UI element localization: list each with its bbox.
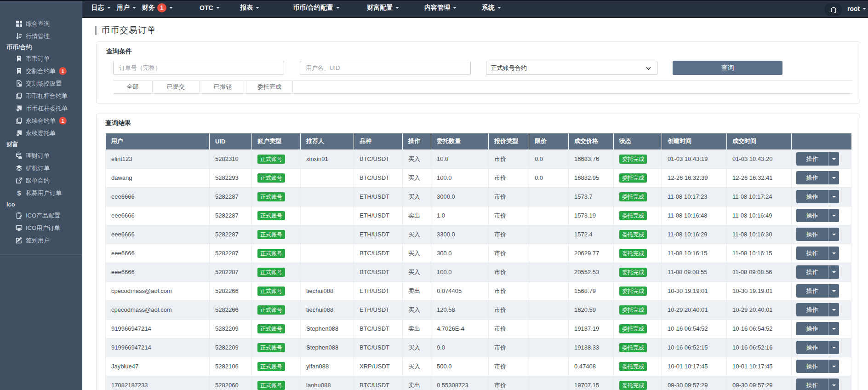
cell-user: eee6666: [106, 244, 210, 263]
sidebar-item-ICO用户订单[interactable]: ICO用户订单: [0, 222, 82, 234]
sidebar-item-永续委托单[interactable]: 永续委托单: [0, 127, 82, 139]
row-action-dropdown-toggle[interactable]: [828, 247, 839, 260]
sidebar-item-label: 永续委托单: [26, 129, 56, 138]
row-actions-split-button: 操作: [796, 303, 839, 316]
row-action-button[interactable]: 操作: [796, 265, 828, 279]
row-actions-split-button: 操作: [796, 247, 839, 260]
chevron-down-icon: [169, 7, 173, 9]
topbar-menu-财务[interactable]: 财务1: [142, 0, 173, 15]
table-row: 9199669472145282209正式账号Stephen088BTC/USD…: [106, 319, 851, 338]
username-uid-input[interactable]: [300, 61, 471, 75]
cell-dealt: 10-30 19:19:01: [727, 281, 792, 300]
sidebar-item-ICO产品配置[interactable]: ICO产品配置: [0, 209, 82, 222]
order-number-input[interactable]: [113, 61, 284, 75]
row-action-dropdown-toggle[interactable]: [828, 322, 839, 335]
row-action-button[interactable]: 操作: [796, 284, 828, 298]
row-action-dropdown-toggle[interactable]: [828, 379, 839, 390]
cell-uid: 5282287: [210, 263, 252, 281]
topbar-menu-财富配置[interactable]: 财富配置: [367, 0, 399, 15]
cell-price_type: 市价: [489, 225, 529, 244]
row-action-button[interactable]: 操作: [796, 190, 828, 203]
sidebar-item-理财订单[interactable]: 理财订单: [0, 149, 82, 162]
cell-actions: 操作: [792, 281, 851, 300]
topbar-menu-OTC[interactable]: OTC: [200, 0, 220, 15]
sidebar-item-签到用户[interactable]: 签到用户: [0, 234, 82, 247]
cell-status: 委托完成: [614, 281, 662, 300]
topbar-menu-系统[interactable]: 系统: [482, 0, 501, 15]
row-action-dropdown-toggle[interactable]: [828, 228, 839, 241]
row-action-dropdown-toggle[interactable]: [828, 303, 839, 316]
sidebar-item-label: 交割合约单: [26, 67, 56, 75]
cell-amount: 0.074405: [431, 281, 489, 300]
row-actions-split-button: 操作: [796, 341, 839, 354]
row-action-dropdown-toggle[interactable]: [828, 265, 839, 279]
status-tab-全部[interactable]: 全部: [113, 80, 152, 93]
sidebar-item-label: 综合查询: [26, 20, 50, 28]
cell-referrer: yifan088: [301, 357, 354, 376]
topbar-menu-用户[interactable]: 用户: [117, 0, 136, 15]
row-action-button[interactable]: 操作: [796, 171, 828, 184]
sidebar-item-私募用户订单[interactable]: $私募用户订单: [0, 187, 82, 199]
row-action-dropdown-toggle[interactable]: [828, 171, 839, 184]
topbar-menu-币币/合约配置[interactable]: 币币/合约配置: [293, 0, 340, 15]
sidebar-item-币币杠杆合约单[interactable]: 币币杠杆合约单: [0, 90, 82, 102]
row-action-button[interactable]: 操作: [796, 152, 828, 166]
sidebar-item-币币杠杆委托单[interactable]: 币币杠杆委托单: [0, 102, 82, 115]
topbar-menu-内容管理[interactable]: 内容管理: [424, 0, 457, 15]
row-action-dropdown-toggle[interactable]: [828, 190, 839, 203]
sidebar-menu: 综合查询行情管理币币/合约币币订单交割合约单1交割场控设置币币杠杆合约单币币杠杆…: [0, 0, 82, 247]
support-button[interactable]: [824, 3, 842, 16]
chevron-down-icon: [832, 215, 836, 217]
row-action-dropdown-toggle[interactable]: [828, 284, 839, 298]
row-action-button[interactable]: 操作: [796, 379, 828, 390]
chevron-down-icon: [107, 7, 111, 9]
column-header-UID: UID: [210, 133, 252, 149]
cell-referrer: [301, 263, 354, 281]
sidebar-item-矿机订单[interactable]: 矿机订单: [0, 162, 82, 174]
search-button[interactable]: 查询: [673, 61, 782, 75]
chevron-down-icon: [453, 7, 457, 9]
query-panel: 查询条件 正式账号合约 查询 全部已提交已撤销委托完成: [96, 41, 860, 103]
sidebar-item-行情管理[interactable]: 行情管理: [0, 30, 82, 42]
status-tab-已提交[interactable]: 已提交: [152, 80, 199, 93]
user-menu[interactable]: root: [847, 0, 866, 17]
sidebar-item-跟单合约[interactable]: 跟单合约: [0, 174, 82, 187]
account-type-badge: 正式账号: [257, 343, 285, 352]
row-action-button[interactable]: 操作: [796, 209, 828, 222]
cell-actions: 操作: [792, 376, 851, 390]
chevron-down-icon: [832, 271, 836, 273]
row-action-button[interactable]: 操作: [796, 341, 828, 354]
column-header-委托数量: 委托数量: [431, 133, 489, 149]
sidebar-item-交割合约单[interactable]: 交割合约单1: [0, 65, 82, 77]
row-action-button[interactable]: 操作: [796, 247, 828, 260]
account-type-select[interactable]: 正式账号合约: [486, 61, 657, 75]
sidebar-item-永续合约单[interactable]: 永续合约单1: [0, 115, 82, 127]
cell-status: 委托完成: [614, 300, 662, 319]
table-row: cpecodmass@aol.com5282266正式账号tiechui088E…: [106, 281, 851, 300]
topbar-menu-label: 财务: [142, 4, 155, 12]
topbar-menu-报表[interactable]: 报表: [240, 0, 259, 15]
results-table: 用户UID账户类型推荐人品种操作委托数量报价类型限价成交价格状态创建时间成交时间…: [105, 133, 851, 390]
row-action-button[interactable]: 操作: [796, 228, 828, 241]
row-action-dropdown-toggle[interactable]: [828, 152, 839, 166]
account-type-badge: 正式账号: [257, 230, 285, 239]
row-action-dropdown-toggle[interactable]: [828, 209, 839, 222]
sidebar-item-币币订单[interactable]: 币币订单: [0, 52, 82, 65]
sidebar-item-交割场控设置[interactable]: 交割场控设置: [0, 77, 82, 90]
topbar-menu-日志[interactable]: 日志: [91, 0, 111, 15]
row-action-button[interactable]: 操作: [796, 322, 828, 335]
status-badge: 委托完成: [619, 324, 647, 333]
row-action-dropdown-toggle[interactable]: [828, 360, 839, 373]
status-tab-委托完成[interactable]: 委托完成: [246, 80, 293, 93]
sidebar-item-综合查询[interactable]: 综合查询: [0, 17, 82, 30]
status-tab-已撤销[interactable]: 已撤销: [199, 80, 246, 93]
cell-limit_price: [529, 357, 569, 376]
row-action-button[interactable]: 操作: [796, 360, 828, 373]
cell-limit_price: 0.0: [529, 168, 569, 187]
status-badge: 委托完成: [619, 192, 647, 201]
cell-created: 11-08 10:16:29: [662, 225, 727, 244]
row-action-dropdown-toggle[interactable]: [828, 341, 839, 354]
cell-created: 11-08 09:08:55: [662, 263, 727, 281]
row-action-button[interactable]: 操作: [796, 303, 828, 316]
query-form: 正式账号合约 查询: [113, 61, 852, 75]
